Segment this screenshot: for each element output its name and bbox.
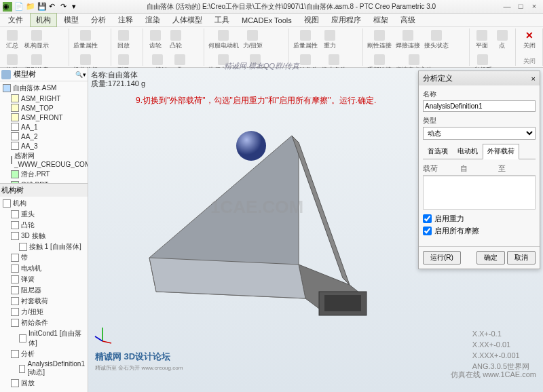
mech-item[interactable]: InitCond1 [自由落体] (1, 328, 86, 349)
col-至: 至 (498, 163, 536, 174)
menu-渲染[interactable]: 渲染 (140, 14, 166, 26)
quick-access: ◉ 📄 📁 💾 ↶ ↷ ▾ (3, 2, 81, 12)
menu-高级[interactable]: 高级 (395, 14, 421, 26)
menu-框架[interactable]: 框架 (368, 14, 394, 26)
ribbon-回放[interactable]: 回放 (114, 28, 133, 52)
tab-外部载荷[interactable]: 外部载荷 (483, 144, 519, 159)
ribbon-机构显示[interactable]: 机构显示 (23, 28, 50, 52)
mech-item[interactable]: 带 (1, 252, 86, 263)
mech-item[interactable]: 力/扭矩 (1, 307, 86, 317)
mech-item[interactable]: 重头 (1, 209, 86, 220)
tree-item[interactable]: AA_3 (1, 141, 86, 151)
mech-item[interactable]: 回放 (1, 378, 86, 389)
mass-info: 名称:自由落体 质量:1721.140 g (91, 71, 145, 88)
model-tree-header[interactable]: 模型树 🔍▾ (0, 68, 88, 81)
qa-open-icon[interactable]: 📁 (26, 2, 35, 12)
qa-more-icon[interactable]: ▾ (72, 2, 81, 12)
dialog-title: 分析定义 (423, 73, 453, 83)
mech-item[interactable]: 初始条件 (1, 317, 86, 328)
viewport[interactable]: 名称:自由落体 质量:1721.140 g 9.切换到"外部载荷"，勾选"启用重… (88, 68, 543, 392)
svg-rect-5 (324, 295, 361, 311)
model-tree: 自由落体.ASMASM_RIGHTASM_TOPASM_FRONTAA_1AA_… (0, 81, 88, 183)
svg-line-8 (102, 341, 111, 343)
menu-视图[interactable]: 视图 (299, 14, 324, 26)
type-label: 类型 (423, 116, 536, 125)
ribbon-凸轮[interactable]: 凸轮 (166, 28, 185, 52)
mech-tree: 机构重头凸轮3D 接触接触 1 [自由落体]带电动机弹簧阻尼器衬套载荷力/扭矩初… (0, 197, 88, 392)
view-triad-icon (92, 324, 113, 345)
window-title: 自由落体 (活动的) E:\Creo工作目录\工作文件\0907\1\自由落体.… (81, 2, 501, 12)
ribbon-力/扭矩[interactable]: 力/扭矩 (242, 28, 265, 52)
qa-undo-icon[interactable]: ↶ (49, 2, 58, 12)
mech-item[interactable]: 3D 接触 (1, 231, 86, 241)
close-button[interactable]: × (528, 2, 540, 12)
mech-item[interactable]: 电动机 (1, 263, 86, 274)
qa-redo-icon[interactable]: ↷ (60, 2, 70, 12)
analysis-dialog: 分析定义 × 名称 类型 动态 首选项电动机外部载荷 载荷自至 启用重力 启用所… (418, 71, 540, 269)
ribbon-重力[interactable]: 重力 (320, 28, 339, 52)
tab-电动机[interactable]: 电动机 (453, 144, 483, 159)
menu-分析[interactable]: 分析 (86, 14, 111, 26)
run-button[interactable]: 运行(R) (423, 251, 461, 264)
ribbon-平面[interactable]: 平面 (472, 28, 491, 52)
menu-模型[interactable]: 模型 (58, 14, 84, 26)
menu-人体模型[interactable]: 人体模型 (167, 14, 208, 26)
mech-item[interactable]: 分析 (1, 349, 86, 359)
toolbar-watermark: 精诚网 模友QQ群/传真 (224, 61, 299, 71)
friction-checkbox[interactable]: 启用所有摩擦 (423, 226, 536, 236)
ribbon-点[interactable]: 点 (493, 28, 512, 52)
footer-watermark: 仿真在线 www.1CAE.com (451, 370, 536, 380)
gravity-checkbox[interactable]: 启用重力 (423, 214, 536, 224)
tree-root[interactable]: 自由落体.ASM (1, 83, 86, 94)
mech-tree-header[interactable]: 机构树 (0, 183, 88, 197)
ribbon-接头状态[interactable]: 接头状态 (423, 28, 450, 52)
ribbon-质量属性[interactable]: 质量属性 (72, 28, 99, 52)
tree-item[interactable]: 感谢网_WWW_CREOUG_COM (1, 151, 86, 169)
menu-工具[interactable]: 工具 (209, 14, 235, 26)
tree-item[interactable]: ASM_FRONT (1, 113, 86, 122)
logo: 精诚网 3D设计论坛 精诚所至 金石为开 www.creoug.com (95, 351, 183, 372)
name-label: 名称 (423, 90, 536, 99)
tree-filter-icon[interactable]: 🔍▾ (75, 71, 86, 78)
mech-tree-title: 机构树 (1, 186, 24, 194)
menu-文件[interactable]: 文件 (3, 14, 29, 26)
mech-item[interactable]: 机构 (1, 198, 86, 209)
load-list[interactable] (423, 176, 536, 210)
mech-item[interactable]: 凸轮 (1, 220, 86, 231)
ribbon-close[interactable]: ✕关闭 (519, 28, 540, 52)
ribbon-齿轮[interactable]: 齿轮 (146, 28, 165, 52)
tree-item[interactable]: ASM_RIGHT (1, 94, 86, 103)
tree-item[interactable]: AA_2 (1, 132, 86, 141)
mech-item[interactable]: 阻尼器 (1, 285, 86, 296)
ribbon-焊接连接[interactable]: 焊接连接 (394, 28, 422, 52)
dialog-close-icon[interactable]: × (531, 75, 536, 83)
model-tree-title: 模型树 (14, 69, 36, 79)
qa-new-icon[interactable]: 📄 (14, 2, 24, 12)
ribbon-汇总[interactable]: 汇总 (3, 28, 22, 52)
mech-item[interactable]: 接触 1 [自由落体] (1, 241, 86, 252)
minimize-button[interactable]: — (501, 2, 513, 12)
tab-首选项[interactable]: 首选项 (423, 144, 453, 159)
menu-MCADEx Tools[interactable]: MCADEx Tools (236, 15, 297, 26)
menubar: 文件机构模型分析注释渲染人体模型工具MCADEx Tools视图应用程序框架高级 (0, 14, 543, 27)
mech-item[interactable]: 衬套载荷 (1, 296, 86, 307)
ribbon-质量属性[interactable]: 质量属性 (292, 28, 319, 52)
cancel-button[interactable]: 取消 (507, 251, 536, 264)
type-select[interactable]: 动态 (423, 127, 536, 140)
tree-item[interactable]: ASM_TOP (1, 103, 86, 113)
mech-item[interactable]: 弹簧 (1, 274, 86, 285)
maximize-button[interactable]: □ (514, 2, 527, 12)
ribbon-刚性连接[interactable]: 刚性连接 (366, 28, 393, 52)
load-list-header: 载荷自至 (423, 162, 536, 176)
tree-item[interactable]: AA_1 (1, 122, 86, 132)
tree-item[interactable]: 滑台.PRT (1, 169, 86, 180)
watermark: 1CAE.COM (210, 197, 303, 218)
ok-button[interactable]: 确定 (476, 251, 505, 264)
menu-机构[interactable]: 机构 (30, 13, 57, 27)
mech-item[interactable]: AnalysisDefinition1 [动态] (1, 359, 86, 378)
menu-应用程序[interactable]: 应用程序 (326, 14, 367, 26)
ribbon-何服电动机[interactable]: 何服电动机 (207, 28, 240, 52)
qa-save-icon[interactable]: 💾 (37, 2, 47, 12)
menu-注释[interactable]: 注释 (113, 14, 138, 26)
name-input[interactable] (423, 100, 536, 112)
